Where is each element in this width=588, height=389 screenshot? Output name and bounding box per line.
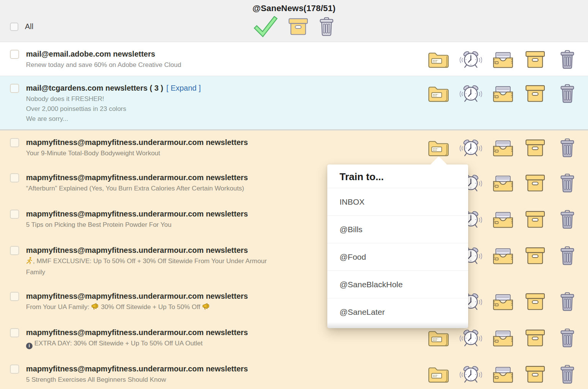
train-folder-list: INBOX@Bills@Food@SaneBlackHole@SaneLater — [327, 188, 468, 326]
row-checkbox[interactable] — [10, 365, 19, 374]
subject-lines: 5 Tips on Picking the Best Protein Powde… — [26, 220, 286, 230]
sender-line: mail@email.adobe.com newsletters — [26, 48, 426, 60]
row-checkbox[interactable] — [10, 210, 19, 219]
trash-icon[interactable] — [555, 138, 580, 158]
row-actions — [426, 328, 580, 348]
info-icon: i — [26, 340, 33, 350]
archive-box-icon[interactable] — [523, 210, 547, 229]
archive-box-icon[interactable] — [523, 365, 547, 384]
move-to-folder-icon[interactable] — [426, 328, 451, 348]
row-subject: i EXTRA DAY: 30% Off Sitewide + Up To 50… — [26, 339, 286, 350]
email-row[interactable]: mapmyfitness@mapmyfitness.underarmour.co… — [0, 202, 588, 238]
row-sender: mail@email.adobe.com newsletters — [26, 50, 155, 58]
trash-icon[interactable] — [555, 50, 580, 70]
subject-lines: Nobody does it FRESHER!Over 2,000 poinse… — [26, 94, 286, 124]
sanebox-email-list: @SaneNews(178/51) All mail@email.adobe.c… — [0, 0, 588, 389]
email-row[interactable]: mail@email.adobe.com newsletters Renew t… — [0, 42, 588, 76]
sane-later-tray-icon[interactable] — [491, 50, 515, 70]
move-to-folder-icon[interactable] — [426, 50, 451, 70]
subject-lines: , MMF EXCLUSIVE: Up To 50% Off + 30% Off… — [26, 256, 286, 277]
train-item-bills[interactable]: @Bills — [327, 215, 468, 243]
trash-icon[interactable] — [555, 210, 580, 229]
row-checkbox[interactable] — [10, 50, 19, 59]
page-title: @SaneNews(178/51) — [0, 3, 588, 13]
email-row[interactable]: mapmyfitness@mapmyfitness.underarmour.co… — [0, 284, 588, 321]
trash-icon[interactable] — [555, 365, 580, 384]
sender-line: mapmyfitness@mapmyfitness.underarmour.co… — [26, 137, 426, 148]
archive-box-icon[interactable] — [523, 328, 547, 348]
train-check-icon[interactable] — [253, 16, 278, 37]
email-row[interactable]: mapmyfitness@mapmyfitness.underarmour.co… — [0, 129, 588, 166]
select-all-checkbox[interactable] — [10, 23, 18, 31]
train-item-saneblackhole[interactable]: @SaneBlackHole — [327, 270, 468, 298]
archive-box-icon[interactable] — [523, 84, 547, 104]
train-item-inbox[interactable]: INBOX — [327, 188, 468, 215]
trash-icon[interactable] — [318, 17, 335, 37]
trash-icon[interactable] — [555, 328, 580, 348]
snooze-alarm-icon[interactable] — [459, 84, 483, 104]
snooze-alarm-icon[interactable] — [459, 365, 483, 384]
expand-link[interactable]: [ Expand ] — [167, 84, 201, 92]
row-checkbox[interactable] — [10, 292, 19, 301]
row-checkbox[interactable] — [10, 246, 19, 255]
archive-box-icon[interactable] — [288, 17, 309, 36]
archive-box-icon[interactable] — [523, 138, 547, 158]
row-sender: mapmyfitness@mapmyfitness.underarmour.co… — [26, 328, 248, 337]
row-sender: mapmyfitness@mapmyfitness.underarmour.co… — [26, 210, 248, 218]
checkbox-column — [0, 284, 26, 303]
row-checkbox[interactable] — [10, 173, 19, 182]
sane-later-tray-icon[interactable] — [491, 246, 515, 266]
row-subject: Renew today and save 60% on Adobe Creati… — [26, 60, 286, 70]
sane-later-tray-icon[interactable] — [491, 292, 515, 312]
row-subject: 5 Strength Exercises All Beginners Shoul… — [26, 375, 286, 385]
trash-icon[interactable] — [555, 173, 580, 193]
subject-lines: “Afterburn” Explained (Yes, You Burn Ext… — [26, 184, 286, 194]
trash-icon[interactable] — [555, 84, 580, 104]
archive-box-icon[interactable] — [523, 173, 547, 193]
row-subject: We are sorry... — [26, 114, 286, 124]
email-row[interactable]: mapmyfitness@mapmyfitness.underarmour.co… — [0, 357, 588, 389]
move-to-folder-icon[interactable] — [426, 138, 451, 158]
email-row[interactable]: mail@tcgardens.com newsletters ( 3 )[ Ex… — [0, 76, 588, 129]
subject-lines: 5 Strength Exercises All Beginners Shoul… — [26, 375, 286, 385]
email-summary: mail@email.adobe.com newsletters Renew t… — [26, 42, 426, 70]
bulk-actions — [253, 16, 335, 37]
email-row[interactable]: mapmyfitness@mapmyfitness.underarmour.co… — [0, 238, 588, 284]
email-summary: mail@tcgardens.com newsletters ( 3 )[ Ex… — [26, 76, 426, 124]
train-item-food[interactable]: @Food — [327, 243, 468, 270]
row-sender: mail@tcgardens.com newsletters ( 3 ) — [26, 84, 163, 92]
sane-later-tray-icon[interactable] — [491, 328, 515, 348]
snooze-alarm-icon[interactable] — [459, 50, 483, 70]
trash-icon[interactable] — [555, 292, 580, 312]
sane-later-tray-icon[interactable] — [491, 365, 515, 384]
move-to-folder-icon[interactable] — [426, 365, 451, 384]
row-checkbox[interactable] — [10, 328, 19, 337]
sane-later-tray-icon[interactable] — [491, 138, 515, 158]
dropdown-title: Train to... — [327, 164, 468, 188]
select-all-label: All — [25, 22, 33, 31]
sane-later-tray-icon[interactable] — [491, 173, 515, 193]
email-row[interactable]: mapmyfitness@mapmyfitness.underarmour.co… — [0, 166, 588, 202]
trash-icon[interactable] — [555, 246, 580, 266]
train-item-sanelater[interactable]: @SaneLater — [327, 298, 468, 326]
checkbox-column — [0, 202, 26, 220]
snooze-alarm-icon[interactable] — [459, 328, 483, 348]
archive-box-icon[interactable] — [523, 50, 547, 70]
row-checkbox[interactable] — [10, 138, 19, 147]
row-checkbox[interactable] — [10, 84, 19, 93]
row-subject: 5 Tips on Picking the Best Protein Powde… — [26, 220, 286, 230]
email-row[interactable]: mapmyfitness@mapmyfitness.underarmour.co… — [0, 321, 588, 357]
sane-later-tray-icon[interactable] — [491, 210, 515, 229]
sender-line: mapmyfitness@mapmyfitness.underarmour.co… — [26, 327, 426, 338]
email-summary: mapmyfitness@mapmyfitness.underarmour.co… — [26, 130, 426, 158]
train-to-dropdown: Train to... INBOX@Bills@Food@SaneBlackHo… — [327, 164, 468, 328]
list-header: @SaneNews(178/51) All — [0, 0, 588, 42]
sender-line: mapmyfitness@mapmyfitness.underarmour.co… — [26, 363, 426, 374]
archive-box-icon[interactable] — [523, 246, 547, 266]
select-all: All — [10, 22, 33, 31]
archive-box-icon[interactable] — [523, 292, 547, 312]
snooze-alarm-icon[interactable] — [459, 138, 483, 158]
move-to-folder-icon[interactable] — [426, 84, 451, 104]
sane-later-tray-icon[interactable] — [491, 84, 515, 104]
subject-lines: From Your UA Family: 30% Off Sitewide + … — [26, 302, 286, 313]
